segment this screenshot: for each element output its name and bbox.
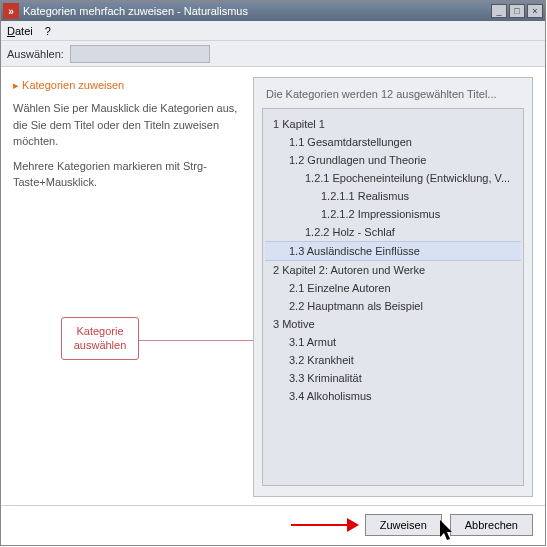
menu-help[interactable]: ?	[45, 25, 51, 37]
sidebar-heading: Kategorien zuweisen	[13, 79, 243, 92]
tree-item[interactable]: 1.2 Grundlagen und Theorie	[265, 151, 521, 169]
app-window: » Kategorien mehrfach zuweisen - Natural…	[0, 0, 546, 546]
tree-item[interactable]: 1.2.1 Epocheneinteilung (Entwicklung, V.…	[265, 169, 521, 187]
menu-bar: Datei ?	[1, 21, 545, 41]
sidebar-para-1: Wählen Sie per Mausklick die Kategorien …	[13, 100, 243, 150]
groupbox-title: Die Kategorien werden 12 ausgewählten Ti…	[262, 86, 524, 108]
minimize-button[interactable]: _	[491, 4, 507, 18]
tree-item[interactable]: 3.4 Alkoholismus	[265, 387, 521, 405]
window-title: Kategorien mehrfach zuweisen - Naturalis…	[23, 5, 491, 17]
cancel-button[interactable]: Abbrechen	[450, 514, 533, 536]
tree-item[interactable]: 1.1 Gesamtdarstellungen	[265, 133, 521, 151]
select-bar: Auswählen:	[1, 41, 545, 67]
button-bar: Zuweisen Abbrechen	[1, 505, 545, 543]
maximize-button[interactable]: □	[509, 4, 525, 18]
tree-item[interactable]: 1.2.1.1 Realismus	[265, 187, 521, 205]
content-area: Kategorien zuweisen Wählen Sie per Mausk…	[1, 67, 545, 505]
sidebar-para-2: Mehrere Kategorien markieren mit Strg-Ta…	[13, 158, 243, 191]
tree-item[interactable]: 1.2.2 Holz - Schlaf	[265, 223, 521, 241]
tree-item[interactable]: 1.3 Ausländische Einflüsse	[265, 241, 521, 261]
category-tree[interactable]: 1 Kapitel 11.1 Gesamtdarstellungen1.2 Gr…	[262, 108, 524, 486]
menu-file[interactable]: Datei	[7, 25, 33, 37]
tree-item[interactable]: 3.2 Krankheit	[265, 351, 521, 369]
tree-item[interactable]: 1.2.1.2 Impressionismus	[265, 205, 521, 223]
tree-item[interactable]: 3 Motive	[265, 315, 521, 333]
callout-connector	[139, 340, 269, 341]
tree-item[interactable]: 2.2 Hauptmann als Beispiel	[265, 297, 521, 315]
app-icon: »	[3, 3, 19, 19]
tree-item[interactable]: 3.3 Kriminalität	[265, 369, 521, 387]
category-groupbox: Die Kategorien werden 12 ausgewählten Ti…	[253, 77, 533, 497]
title-bar: » Kategorien mehrfach zuweisen - Natural…	[1, 1, 545, 21]
tree-item[interactable]: 3.1 Armut	[265, 333, 521, 351]
right-pane: Die Kategorien werden 12 ausgewählten Ti…	[253, 67, 545, 505]
annotation-arrow	[291, 520, 361, 530]
sidebar-help: Wählen Sie per Mausklick die Kategorien …	[13, 100, 243, 191]
close-button[interactable]: ×	[527, 4, 543, 18]
assign-button[interactable]: Zuweisen	[365, 514, 442, 536]
tree-item[interactable]: 2 Kapitel 2: Autoren und Werke	[265, 261, 521, 279]
callout-line-1: Kategorie	[76, 325, 123, 337]
sidebar: Kategorien zuweisen Wählen Sie per Mausk…	[1, 67, 253, 505]
callout-line-2: auswählen	[74, 339, 127, 351]
tree-item[interactable]: 2.1 Einzelne Autoren	[265, 279, 521, 297]
callout-bubble: Kategorie auswählen	[61, 317, 139, 360]
select-input[interactable]	[70, 45, 210, 63]
tree-item[interactable]: 1 Kapitel 1	[265, 115, 521, 133]
select-label: Auswählen:	[7, 48, 64, 60]
